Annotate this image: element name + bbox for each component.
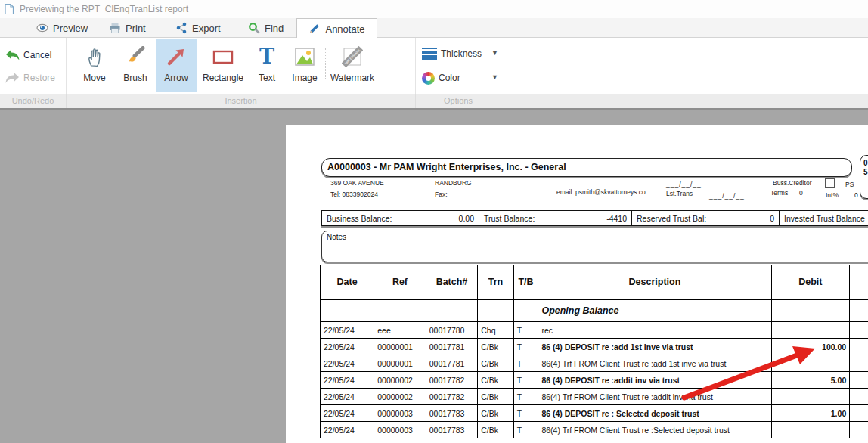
cell-debit: [771, 300, 850, 322]
arrow-tool-button[interactable]: Arrow: [156, 39, 197, 92]
cell-ref: [374, 300, 426, 322]
chevron-down-icon[interactable]: ▼: [491, 73, 498, 81]
report-table-body: Opening Balance22/05/24eee00017780ChqTre…: [321, 300, 868, 438]
invested-trust-label: Invested Trust Balance: [784, 214, 865, 223]
cell-extra: [850, 422, 868, 438]
options-group-label: Options: [416, 94, 501, 108]
printer-icon: [109, 22, 121, 34]
restore-label: Restore: [23, 73, 55, 83]
table-row: 22/05/24eee00017780ChqTrec: [321, 322, 868, 339]
cell-debit: 5.00: [771, 372, 850, 389]
cell-desc: 86(4) Trf FROM Client Trust re :addit in…: [538, 389, 771, 405]
options-group: Thickness ▼ Color ▼: [416, 38, 501, 94]
cell-batch: 00017782: [426, 372, 478, 389]
cell-ref: 00000003: [374, 405, 426, 422]
rectangle-tool-button[interactable]: Rectangle: [197, 39, 250, 92]
reserved-trust-label: Reserved Trust Bal:: [637, 214, 706, 223]
tab-print[interactable]: Print: [104, 18, 150, 38]
side-box-line2: 5: [863, 168, 868, 177]
cell-tb: T: [513, 405, 538, 422]
lst-trans-date-placeholder: ___/__/__: [666, 181, 702, 188]
undo-redo-group: Cancel Restore: [0, 38, 67, 94]
cell-batch: [426, 300, 478, 322]
date-placeholder-2: ___/__/__: [709, 192, 745, 200]
text-tool-button[interactable]: T Text: [250, 39, 284, 92]
tab-annotate[interactable]: Annotate: [296, 18, 377, 39]
cell-batch: 00017783: [426, 405, 478, 422]
move-tool-button[interactable]: Move: [74, 39, 115, 92]
hand-icon: [85, 45, 104, 68]
document-icon: [3, 3, 15, 15]
email-line: email: psmith@skvattorneys.co.: [556, 188, 647, 196]
brush-icon: [125, 45, 146, 68]
cell-batch: 00017781: [426, 355, 478, 372]
pencil-icon: [308, 23, 321, 35]
cancel-button[interactable]: Cancel: [5, 48, 51, 62]
table-row: 22/05/240000000100017781C/BkT86 (4) DEPO…: [321, 339, 868, 355]
trust-balance-value: -4410: [606, 214, 627, 223]
cell-ref: 00000003: [374, 422, 426, 438]
image-label: Image: [292, 73, 317, 83]
watermark-tool-button[interactable]: WATERMARK Watermark: [326, 39, 379, 92]
cell-trn: C/Bk: [478, 355, 513, 372]
image-tool-button[interactable]: Image: [284, 39, 325, 92]
cell-tb: T: [513, 322, 538, 339]
cell-desc: 86(4) Trf FROM Client Trust re :add 1st …: [538, 355, 771, 372]
color-button[interactable]: Color ▼: [422, 68, 498, 88]
header-description: Description: [538, 265, 771, 300]
cell-tb: T: [513, 355, 538, 372]
cell-desc: 86(4) Trf FROM Client Trust re :Selected…: [538, 422, 771, 438]
header-extra: [850, 265, 868, 300]
business-balance-label: Business Balance:: [327, 214, 392, 223]
report-viewer: A0000003 - Mr PAM Wright Enterprises, In…: [0, 108, 868, 443]
cell-trn: C/Bk: [478, 339, 513, 355]
ps-checkbox: [825, 178, 835, 188]
move-label: Move: [83, 73, 105, 83]
tab-preview[interactable]: Preview: [32, 18, 92, 38]
tab-find-label: Find: [265, 23, 284, 34]
cell-desc: Opening Balance: [538, 300, 771, 322]
tel-line: Tel: 0833902024: [330, 191, 378, 198]
text-label: Text: [259, 73, 275, 83]
undo-redo-group-label: Undo/Redo: [0, 94, 67, 108]
watermark-label: Watermark: [330, 73, 374, 83]
cell-date: 22/05/24: [321, 355, 374, 372]
rectangle-icon: [212, 45, 234, 68]
tab-export[interactable]: Export: [171, 18, 225, 38]
int-label: Int%: [826, 191, 839, 199]
int-value: 0: [854, 191, 858, 199]
cell-desc: 86 (4) DEPOSIT re :addit inv via trust: [538, 372, 771, 389]
cell-desc: 86 (4) DEPOSIT re :add 1st inve via trus…: [538, 339, 771, 355]
header-date: Date: [321, 265, 374, 300]
cell-trn: C/Bk: [478, 405, 513, 422]
watermark-icon: WATERMARK: [342, 45, 363, 68]
table-row: 22/05/240000000300017783C/BkT86 (4) DEPO…: [321, 405, 868, 422]
cell-ref: 00000002: [374, 372, 426, 389]
window-title: Previewing the RPT_ClEnqTranList report: [20, 4, 188, 14]
cell-date: 22/05/24: [321, 422, 374, 438]
cell-debit: [771, 322, 850, 339]
cell-trn: C/Bk: [478, 372, 513, 389]
header-ref: Ref: [374, 265, 426, 300]
thickness-button[interactable]: Thickness ▼: [422, 44, 498, 64]
report-page: A0000003 - Mr PAM Wright Enterprises, In…: [286, 125, 868, 443]
brush-tool-button[interactable]: Brush: [115, 39, 156, 92]
tab-export-label: Export: [192, 23, 221, 34]
invested-trust-cell: Invested Trust Balance: [780, 211, 868, 225]
restore-button[interactable]: Restore: [5, 71, 55, 85]
brush-label: Brush: [123, 73, 147, 83]
trust-balance-label: Trust Balance:: [484, 214, 535, 223]
chevron-down-icon[interactable]: ▼: [491, 49, 498, 57]
cell-debit: 100.00: [771, 339, 850, 355]
report-title-box: A0000003 - Mr PAM Wright Enterprises, In…: [321, 158, 852, 177]
redo-arrow-icon: [5, 71, 20, 85]
reserved-trust-value: 0: [770, 214, 774, 223]
tab-find[interactable]: Find: [243, 18, 288, 38]
cell-extra: [850, 405, 868, 422]
cell-trn: C/Bk: [478, 389, 513, 405]
text-icon: T: [259, 45, 274, 68]
color-wheel-icon: [422, 72, 435, 85]
notes-label: Notes: [327, 233, 346, 241]
ribbon-group-strip: Undo/Redo Insertion Options: [0, 94, 868, 108]
cell-trn: Chq: [478, 322, 513, 339]
